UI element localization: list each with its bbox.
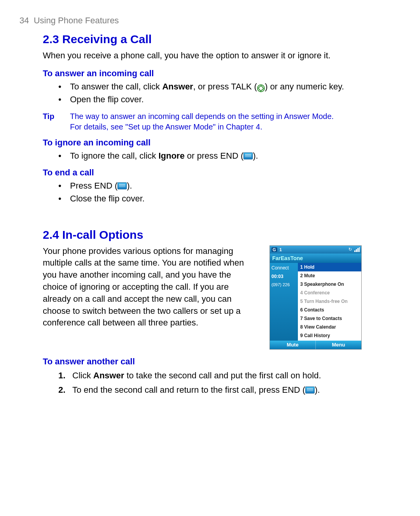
answer-another-list: Click Answer to take the second call and… xyxy=(58,368,362,397)
section-2-4-title: 2.4 In-call Options xyxy=(43,228,362,241)
call-number: (097) 226 xyxy=(271,282,296,287)
list-item: To ignore the call, click Ignore or pres… xyxy=(58,149,362,162)
subhead-end-call: To end a call xyxy=(43,168,362,178)
text: ). xyxy=(253,151,258,161)
indicator-1: 1 xyxy=(280,247,282,252)
subhead-answer-incoming: To answer an incoming call xyxy=(43,68,362,79)
menu-item-conference: 4 Conference xyxy=(298,289,361,297)
text: ) or any numeric key. xyxy=(265,82,344,91)
menu-item-save-contacts[interactable]: 7 Save to Contacts xyxy=(298,314,361,323)
list-item: Click Answer to take the second call and… xyxy=(58,368,362,383)
section-2-3-title: 2.3 Receiving a Call xyxy=(43,33,362,46)
section-2-3-intro: When you receive a phone call, you have … xyxy=(43,50,362,61)
text: or press END ( xyxy=(185,151,244,161)
text: ). xyxy=(315,385,320,395)
list-item: Open the flip cover. xyxy=(58,93,362,106)
text: To answer the call, click xyxy=(70,82,162,91)
text: to take the second call and put the firs… xyxy=(124,371,321,380)
menu-item-speakerphone[interactable]: 3 Speakerphone On xyxy=(298,280,361,289)
call-info-panel: Connect 00:03 (097) 226 xyxy=(270,263,298,341)
softkey-bar: Mute Menu xyxy=(270,341,361,349)
text: To end the second call and return to the… xyxy=(72,385,305,395)
chapter-title: Using Phone Features xyxy=(34,16,119,25)
text: To ignore the call, click xyxy=(70,151,158,161)
in-call-menu: 1 Hold 2 Mute 3 Speakerphone On 4 Confer… xyxy=(298,263,361,341)
text: Press END ( xyxy=(70,181,117,191)
subhead-ignore-incoming: To ignore an incoming call xyxy=(43,138,362,148)
softkey-right[interactable]: Menu xyxy=(316,341,361,349)
text: Click xyxy=(72,371,93,380)
sync-icon: ↻ xyxy=(348,247,352,252)
end-icon xyxy=(243,152,253,159)
menu-item-call-history[interactable]: 9 Call History xyxy=(298,331,361,340)
menu-item-mute[interactable]: 2 Mute xyxy=(298,271,361,280)
tip-text: The way to answer an incoming call depen… xyxy=(70,111,362,132)
menu-item-contacts[interactable]: 6 Contacts xyxy=(298,306,361,314)
end-icon xyxy=(305,387,315,394)
answer-incoming-list: To answer the call, click Answer, or pre… xyxy=(58,80,362,106)
list-item: To answer the call, click Answer, or pre… xyxy=(58,80,362,93)
text: ). xyxy=(127,181,132,191)
page-number: 34 xyxy=(19,16,29,25)
list-item: Press END (). xyxy=(58,179,362,192)
signal-icon xyxy=(354,247,360,252)
menu-item-hold[interactable]: 1 Hold xyxy=(298,263,361,271)
ignore-incoming-list: To ignore the call, click Ignore or pres… xyxy=(58,149,362,162)
list-item: To end the second call and return to the… xyxy=(58,383,362,397)
subhead-answer-another: To answer another call xyxy=(43,357,362,367)
section-2-4-intro: Your phone provides various options for … xyxy=(43,245,258,329)
call-status: Connect xyxy=(271,265,296,271)
text: , or press TALK ( xyxy=(193,82,257,91)
carrier-label: FarEasTone xyxy=(270,254,361,263)
bold-ignore: Ignore xyxy=(158,151,184,161)
list-item: Close the flip cover. xyxy=(58,192,362,205)
tip-label: Tip xyxy=(43,111,70,132)
end-icon xyxy=(117,182,127,189)
indicator-g: G xyxy=(271,247,277,252)
bold-answer: Answer xyxy=(93,371,124,380)
end-call-list: Press END (). Close the flip cover. xyxy=(58,179,362,205)
page-header: 34 Using Phone Features xyxy=(19,16,362,26)
softkey-left[interactable]: Mute xyxy=(270,341,315,349)
bold-answer: Answer xyxy=(162,82,193,91)
phone-screenshot: G 1 ↻ FarEasTone Connect 00:03 (097) 226… xyxy=(270,245,362,350)
call-timer: 00:03 xyxy=(271,274,296,279)
talk-icon xyxy=(257,84,265,92)
menu-item-handsfree: 5 Turn Hands-free On xyxy=(298,297,361,306)
phone-status-bar: G 1 ↻ xyxy=(270,246,361,254)
menu-item-view-calendar[interactable]: 8 View Calendar xyxy=(298,323,361,331)
tip-block: Tip The way to answer an incoming call d… xyxy=(43,111,362,132)
